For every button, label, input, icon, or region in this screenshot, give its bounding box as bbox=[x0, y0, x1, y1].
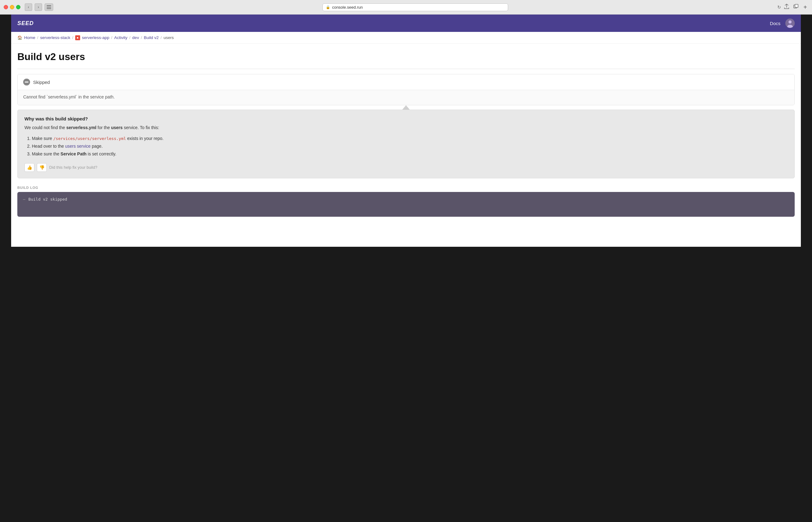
browser-window: SEED Docs 🏠 Home / serverless-stack / ■ … bbox=[11, 15, 801, 247]
breadcrumb-app[interactable]: serverless-app bbox=[82, 35, 109, 40]
share-button[interactable] bbox=[783, 3, 790, 11]
feedback-text: Did this help fix your build? bbox=[49, 165, 97, 170]
minimize-button[interactable] bbox=[10, 5, 14, 9]
address-bar[interactable]: 🔒 console.seed.run bbox=[322, 3, 508, 11]
url-text: console.seed.run bbox=[332, 5, 363, 9]
thumbs-down-button[interactable]: 👎 bbox=[37, 163, 47, 172]
skipped-icon bbox=[23, 79, 30, 85]
build-log-label: BUILD LOG bbox=[17, 186, 795, 189]
breadcrumb-sep-3: / bbox=[111, 35, 112, 40]
breadcrumb-sep-6: / bbox=[161, 35, 162, 40]
avatar[interactable] bbox=[785, 19, 795, 28]
traffic-lights bbox=[4, 5, 20, 9]
bold-users: users bbox=[111, 125, 123, 130]
breadcrumb-home[interactable]: Home bbox=[24, 35, 35, 40]
status-card-body: Cannot find `serverless.yml` in the serv… bbox=[18, 90, 794, 105]
tooltip-arrow-container bbox=[17, 105, 795, 109]
feedback-row: 👍 👎 Did this help fix your build? bbox=[24, 163, 788, 172]
bold-serverless-yml: serverless.yml bbox=[66, 125, 96, 130]
breadcrumb-sep-4: / bbox=[129, 35, 130, 40]
log-text: Build v2 skipped bbox=[28, 197, 67, 202]
breadcrumb-stack[interactable]: serverless-stack bbox=[40, 35, 70, 40]
code-path: /services/users/serverless.yml bbox=[53, 136, 126, 141]
tooltip-arrow-outer bbox=[402, 105, 410, 109]
log-dash: — bbox=[23, 197, 25, 202]
breadcrumb: 🏠 Home / serverless-stack / ■ serverless… bbox=[11, 32, 801, 44]
maximize-button[interactable] bbox=[16, 5, 20, 9]
breadcrumb-current: users bbox=[163, 35, 173, 40]
page-title: Build v2 users bbox=[17, 51, 795, 63]
build-log-section: BUILD LOG — Build v2 skipped bbox=[17, 186, 795, 217]
app-logo: SEED bbox=[17, 20, 34, 27]
svg-rect-1 bbox=[47, 7, 51, 7]
status-card: Skipped Cannot find `serverless.yml` in … bbox=[17, 74, 795, 105]
step-2: Head over to the users service page. bbox=[32, 142, 788, 150]
lock-icon: 🔒 bbox=[326, 5, 330, 9]
app-navbar: SEED Docs bbox=[11, 15, 801, 32]
stack-app-icon: ■ bbox=[75, 35, 80, 40]
status-card-header: Skipped bbox=[18, 74, 794, 90]
breadcrumb-activity[interactable]: Activity bbox=[114, 35, 127, 40]
info-box-title: Why was this build skipped? bbox=[24, 116, 788, 121]
main-content: Build v2 users Skipped Cannot find `serv… bbox=[11, 44, 801, 224]
home-icon: 🏠 bbox=[17, 35, 22, 40]
browser-actions: ↻ bbox=[777, 3, 799, 11]
status-body-text: Cannot find `serverless.yml` in the serv… bbox=[23, 95, 789, 99]
users-service-link[interactable]: users service bbox=[65, 144, 90, 148]
step-3: Make sure the Service Path is set correc… bbox=[32, 150, 788, 158]
info-box: Why was this build skipped? We could not… bbox=[17, 109, 795, 178]
build-log-terminal: — Build v2 skipped bbox=[17, 192, 795, 217]
info-box-steps: Make sure /services/users/serverless.yml… bbox=[24, 135, 788, 158]
svg-rect-2 bbox=[47, 8, 51, 9]
skipped-label: Skipped bbox=[33, 80, 50, 85]
docs-link[interactable]: Docs bbox=[770, 21, 780, 26]
divider bbox=[17, 69, 795, 69]
build-log-line: — Build v2 skipped bbox=[23, 197, 789, 202]
bold-service-path: Service Path bbox=[61, 152, 87, 156]
svg-rect-4 bbox=[795, 4, 798, 7]
breadcrumb-sep-1: / bbox=[37, 35, 38, 40]
new-tab-button[interactable]: + bbox=[802, 4, 808, 11]
forward-button[interactable]: › bbox=[35, 3, 42, 11]
back-button[interactable]: ‹ bbox=[25, 3, 32, 11]
navbar-right: Docs bbox=[770, 19, 795, 28]
info-box-intro: We could not find the serverless.yml for… bbox=[24, 124, 788, 131]
browser-chrome: ‹ › 🔒 console.seed.run ↻ + bbox=[0, 0, 812, 15]
breadcrumb-build[interactable]: Build v2 bbox=[144, 35, 159, 40]
close-button[interactable] bbox=[4, 5, 8, 9]
breadcrumb-dev[interactable]: dev bbox=[132, 35, 139, 40]
breadcrumb-sep-5: / bbox=[141, 35, 142, 40]
svg-point-6 bbox=[789, 20, 792, 23]
svg-rect-0 bbox=[47, 5, 51, 6]
thumbs-up-button[interactable]: 👍 bbox=[24, 163, 34, 172]
step-1: Make sure /services/users/serverless.yml… bbox=[32, 135, 788, 142]
sidebar-toggle-button[interactable] bbox=[45, 3, 53, 11]
new-window-button[interactable] bbox=[792, 3, 799, 11]
reload-button[interactable]: ↻ bbox=[777, 3, 781, 11]
breadcrumb-sep-2: / bbox=[72, 35, 73, 40]
svg-rect-9 bbox=[25, 82, 28, 83]
